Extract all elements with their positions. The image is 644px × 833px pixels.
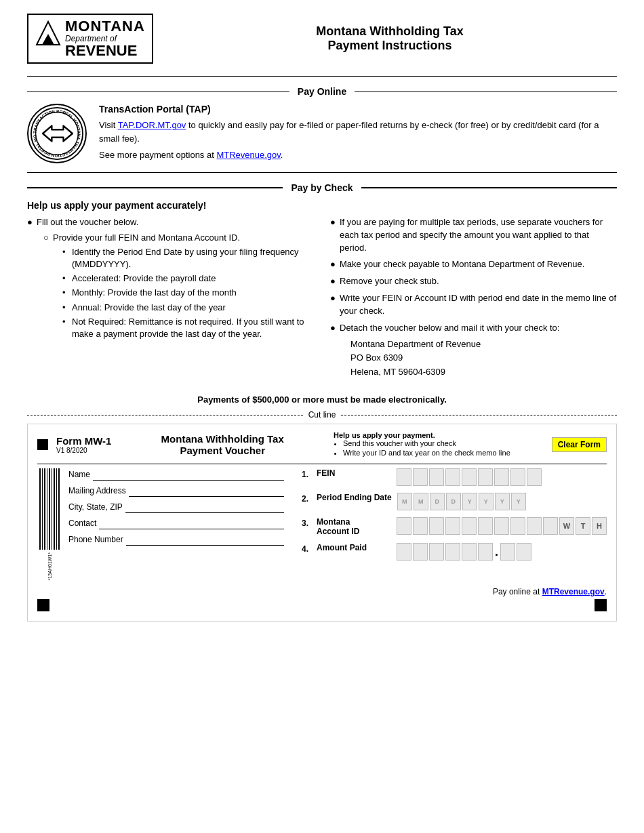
digit-box-h[interactable]: H — [592, 517, 607, 535]
amount-boxes: . — [397, 543, 531, 561]
digit-box[interactable] — [478, 468, 493, 486]
phone-input[interactable] — [126, 533, 284, 546]
address-row: Mailing Address — [68, 485, 284, 497]
field2-label: Period Ending Date — [317, 493, 392, 502]
address-input[interactable] — [129, 485, 284, 497]
digit-box[interactable] — [429, 468, 444, 486]
list-item: Not Required: Remittance is not required… — [62, 316, 314, 340]
voucher-instructions-list: Send this voucher with your check Write … — [334, 439, 548, 457]
divider-line-left2 — [27, 187, 283, 188]
digit-box-dd2[interactable]: D — [446, 493, 461, 510]
digit-box[interactable] — [413, 543, 428, 561]
digit-box[interactable] — [462, 517, 477, 535]
digit-box[interactable] — [494, 468, 509, 486]
pay-online-label: Pay Online — [289, 86, 355, 97]
electronic-note: Payments of $500,000 or more must be mad… — [27, 394, 617, 405]
mountain-icon — [35, 20, 61, 58]
barcode-text: *13AH01W1* — [47, 552, 52, 580]
digit-box-yy4[interactable]: Y — [511, 493, 526, 510]
decimal-separator: . — [494, 543, 499, 561]
sub-sub-list: Identify the Period End Date by using yo… — [53, 246, 314, 340]
period-row: 2. Period Ending Date M M D D Y Y Y Y — [302, 493, 607, 510]
digit-box[interactable] — [478, 517, 493, 535]
digit-box-w[interactable]: W — [559, 517, 574, 535]
digit-box[interactable] — [413, 517, 428, 535]
digit-box[interactable] — [445, 517, 460, 535]
digit-box[interactable] — [397, 517, 411, 535]
pay-online-section: TRANSACTION PORTAL MONTANA TRANSACTION P… — [27, 104, 617, 165]
digit-box[interactable] — [445, 468, 460, 486]
digit-box[interactable] — [527, 517, 542, 535]
voucher-header-top: Form MW-1 V1 8/2020 Montana Withholding … — [37, 431, 607, 464]
contact-row: Contact — [68, 517, 284, 529]
left-form: Name Mailing Address City, State, ZIP Co… — [68, 468, 284, 580]
digit-box[interactable] — [429, 543, 444, 561]
digit-box[interactable] — [510, 468, 525, 486]
digit-box-yy2[interactable]: Y — [479, 493, 494, 510]
digit-box[interactable] — [494, 517, 509, 535]
acct-row: 3. Montana Account ID W T — [302, 517, 607, 536]
amount-row: 4. Amount Paid . — [302, 543, 607, 561]
corner-squares — [37, 599, 607, 611]
tap-url-link[interactable]: TAP.DOR.MT.gov — [118, 120, 186, 130]
pay-online-text: TransAction Portal (TAP) Visit TAP.DOR.M… — [99, 104, 617, 165]
left-bullet-list: Fill out the voucher below. Provide your… — [27, 216, 314, 340]
digit-box-dd1[interactable]: D — [430, 493, 445, 510]
list-item: Provide your full FEIN and Montana Accou… — [43, 232, 314, 341]
digit-box[interactable] — [462, 543, 477, 561]
field1-num: 1. — [302, 468, 313, 479]
period-boxes: M M D D Y Y Y Y — [397, 493, 526, 510]
contact-label: Contact — [68, 519, 96, 528]
form-version: V1 8/2020 — [56, 447, 111, 454]
page-title: Montana Withholding Tax Payment Instruct… — [163, 24, 617, 53]
name-label: Name — [68, 470, 90, 479]
list-item: Remove your check stub. — [330, 275, 617, 288]
city-label: City, State, ZIP — [68, 502, 123, 512]
digit-box[interactable] — [527, 468, 542, 486]
field4-label: Amount Paid — [317, 543, 391, 552]
col-left: Fill out the voucher below. Provide your… — [27, 216, 314, 384]
name-input[interactable] — [93, 468, 284, 481]
logo-area: MONTANA Department of REVENUE — [27, 14, 163, 64]
logo-box: MONTANA Department of REVENUE — [27, 14, 153, 64]
voucher-instructions-header: Help us apply your payment. — [334, 431, 435, 439]
digit-box-mm1[interactable]: M — [397, 493, 412, 510]
cut-dashes-right — [341, 415, 617, 415]
digit-box[interactable] — [429, 517, 444, 535]
digit-box-mm2[interactable]: M — [414, 493, 428, 510]
pay-check-divider: Pay by Check — [27, 182, 617, 193]
phone-label: Phone Number — [68, 535, 123, 544]
footer-url-link[interactable]: MTRevenue.gov — [542, 587, 605, 596]
digit-box-cents2[interactable] — [517, 543, 531, 561]
list-item: Detach the voucher below and mail it wit… — [330, 322, 617, 380]
fein-row: 1. FEIN — [302, 468, 607, 486]
contact-input[interactable] — [99, 517, 284, 529]
cut-line: Cut line — [27, 410, 617, 420]
footer-text: Pay online at — [493, 587, 540, 596]
mtrevenue-link[interactable]: MTRevenue.gov — [216, 150, 280, 160]
city-input[interactable] — [125, 501, 284, 513]
digit-box[interactable] — [397, 543, 411, 561]
sub-list: Provide your full FEIN and Montana Accou… — [37, 232, 314, 341]
digit-box-yy3[interactable]: Y — [495, 493, 510, 510]
form-black-square — [37, 439, 48, 450]
digit-box-yy1[interactable]: Y — [462, 493, 477, 510]
clear-form-button[interactable]: Clear Form — [552, 437, 607, 452]
digit-box[interactable] — [510, 517, 525, 535]
voucher-body: *13AH01W1* Name Mailing Address City, St… — [37, 468, 607, 580]
list-item: Accelerated: Provide the payroll date — [62, 272, 314, 285]
digit-box[interactable] — [397, 468, 411, 486]
digit-box[interactable] — [543, 517, 558, 535]
voucher: Form MW-1 V1 8/2020 Montana Withholding … — [27, 424, 617, 622]
digit-box[interactable] — [478, 543, 493, 561]
digit-box-cents1[interactable] — [500, 543, 515, 561]
tap-title: TransAction Portal (TAP) — [99, 104, 617, 115]
digit-box[interactable] — [445, 543, 460, 561]
phone-row: Phone Number — [68, 533, 284, 546]
list-item: Write your ID and tax year on the check … — [343, 449, 548, 457]
right-bullet-list: If you are paying for multiple tax perio… — [330, 216, 617, 380]
digit-box-t[interactable]: T — [576, 517, 590, 535]
digit-box[interactable] — [413, 468, 428, 486]
digit-box[interactable] — [462, 468, 477, 486]
barcode-area: *13AH01W1* — [37, 468, 62, 580]
